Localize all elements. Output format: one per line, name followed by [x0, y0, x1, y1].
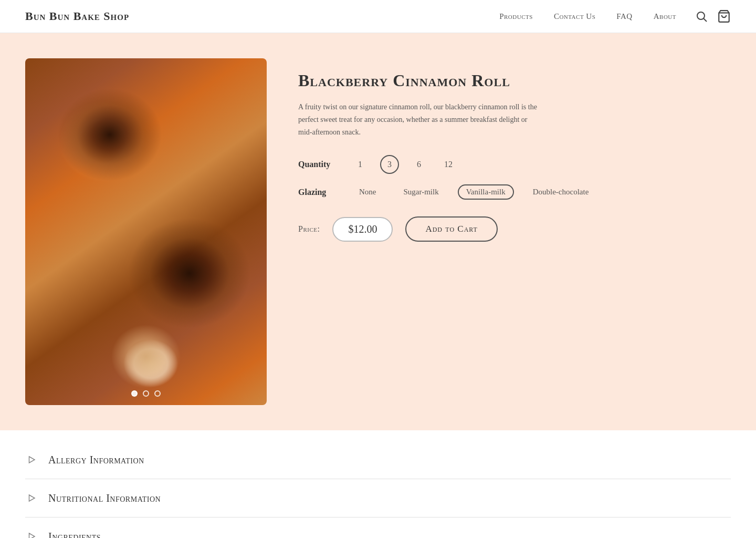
glazing-label: Glazing [298, 188, 340, 197]
svg-marker-3 [29, 457, 35, 463]
product-title: Blackberry Cinnamon Roll [298, 71, 731, 90]
accordion-nutritional[interactable]: Nutritional Information [25, 479, 731, 518]
navbar: Bun Bun Bake Shop Products Contact Us FA… [0, 0, 756, 33]
quantity-label: Quantity [298, 160, 340, 169]
quantity-row: Quantity 1 3 6 12 [298, 155, 731, 174]
nav-links: Products Contact Us FAQ About [499, 12, 676, 21]
image-carousel-dots [131, 390, 161, 397]
nutritional-arrow-icon [25, 492, 38, 504]
product-image-container [25, 58, 267, 405]
svg-line-1 [704, 19, 707, 22]
price-display: $12.00 [332, 217, 393, 242]
cart-icon [717, 9, 731, 23]
glaze-sugar-milk[interactable]: Sugar-milk [395, 184, 447, 200]
svg-marker-4 [29, 495, 35, 501]
product-description: A fruity twist on our signature cinnamon… [298, 101, 540, 138]
nav-icon-group [695, 9, 731, 23]
product-details: Blackberry Cinnamon Roll A fruity twist … [298, 58, 731, 242]
qty-3[interactable]: 3 [380, 155, 399, 174]
dot-1[interactable] [131, 390, 138, 397]
allergy-title: Allergy Information [48, 454, 144, 466]
purchase-row: Price: $12.00 Add to Cart [298, 216, 731, 242]
product-image [25, 58, 267, 405]
accordion-section: Allergy Information Nutritional Informat… [0, 430, 756, 538]
search-button[interactable] [695, 10, 708, 23]
glaze-none[interactable]: None [351, 184, 385, 200]
dot-2[interactable] [143, 390, 149, 397]
ingredients-title: Ingredients [48, 531, 101, 539]
brand-logo[interactable]: Bun Bun Bake Shop [25, 9, 129, 23]
product-section: Blackberry Cinnamon Roll A fruity twist … [0, 33, 756, 430]
svg-point-0 [697, 12, 705, 19]
ingredients-arrow-icon [25, 530, 38, 538]
qty-12[interactable]: 12 [439, 155, 458, 174]
dot-3[interactable] [154, 390, 161, 397]
nav-products[interactable]: Products [499, 12, 533, 20]
glazing-row: Glazing None Sugar-milk Vanilla-milk Dou… [298, 184, 731, 200]
nav-faq[interactable]: FAQ [616, 12, 632, 20]
glaze-vanilla-milk[interactable]: Vanilla-milk [458, 184, 514, 200]
accordion-ingredients[interactable]: Ingredients [25, 518, 731, 538]
nutritional-title: Nutritional Information [48, 492, 161, 504]
price-label: Price: [298, 224, 320, 234]
nav-about[interactable]: About [654, 12, 676, 20]
qty-6[interactable]: 6 [410, 155, 428, 174]
search-icon [695, 10, 708, 23]
allergy-arrow-icon [25, 453, 38, 466]
accordion-allergy[interactable]: Allergy Information [25, 441, 731, 479]
svg-marker-5 [29, 533, 35, 538]
glaze-double-chocolate[interactable]: Double-chocolate [524, 184, 597, 200]
nav-contact[interactable]: Contact Us [554, 12, 595, 20]
qty-1[interactable]: 1 [351, 155, 370, 174]
cart-button[interactable] [717, 9, 731, 23]
add-to-cart-button[interactable]: Add to Cart [405, 216, 498, 242]
